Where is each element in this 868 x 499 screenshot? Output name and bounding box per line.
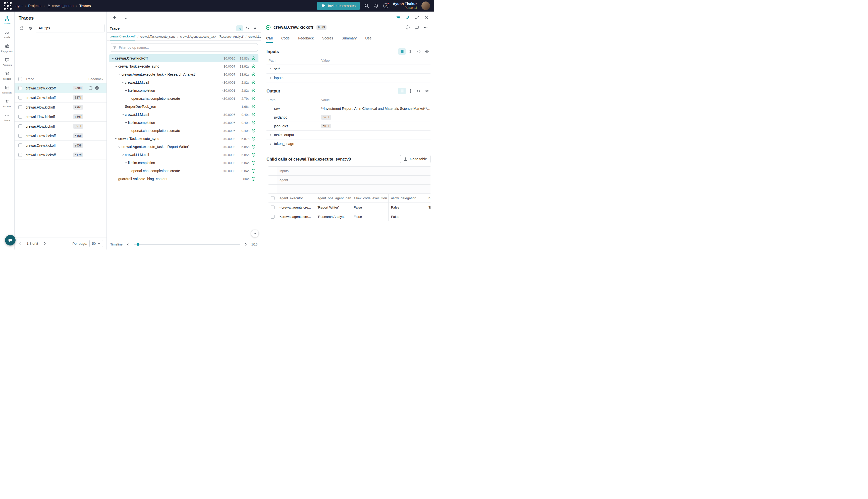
call-crumb[interactable]: crewai.Crew.kickoff [110, 33, 135, 40]
call-id-badge[interactable]: 9d89 [317, 25, 326, 30]
child-call-row[interactable]: <crewai.agents.cre...'Research Analyst'F… [269, 212, 431, 221]
row-checkbox[interactable] [18, 134, 22, 138]
prev-page-button[interactable] [17, 241, 23, 246]
trace-row[interactable]: crewai.Flow.kickoffc59f [15, 112, 107, 122]
trace-row[interactable]: crewai.Crew.kickoffa17d [15, 150, 107, 160]
expand-all-button[interactable] [407, 88, 414, 94]
sidebar-item-models[interactable]: Models [0, 69, 14, 82]
invite-teammates-button[interactable]: Invite teammates [317, 2, 359, 10]
help-button[interactable]: ? [383, 3, 388, 8]
sidebar-item-scorers[interactable]: Scorers [0, 97, 14, 109]
expand-all-button[interactable] [407, 48, 414, 55]
edit-button[interactable] [404, 14, 411, 21]
code-view-button[interactable] [244, 25, 250, 31]
tree-call-row[interactable]: openai.chat.completions.create$0.00069.4… [109, 126, 258, 135]
sidebar-item-evals[interactable]: Evals [0, 28, 14, 40]
add-reaction-button[interactable] [404, 24, 411, 31]
chevron-down-icon[interactable] [124, 88, 128, 93]
op-filter-input[interactable] [119, 46, 255, 49]
tree-call-row[interactable]: crewai.Task.execute_sync$0.000713.92s [109, 62, 258, 70]
select-all-checkbox[interactable] [18, 77, 22, 81]
chevron-down-icon[interactable] [117, 72, 122, 77]
trace-row[interactable]: crewai.Flow.kickoffeab1 [15, 102, 107, 112]
sidebar-item-more[interactable]: More [0, 111, 14, 123]
chevron-down-icon[interactable] [121, 112, 125, 117]
tab-summary[interactable]: Summary [342, 34, 357, 43]
timeline-next-button[interactable] [243, 242, 248, 247]
feedback-positive-icon[interactable] [88, 86, 93, 90]
ops-filter-dropdown[interactable]: All Ops [36, 24, 104, 33]
tree-call-row[interactable]: crewai.LLM.call$0.00035.85s [109, 151, 258, 159]
fullscreen-button[interactable] [413, 14, 421, 21]
call-crumb[interactable]: crewai.LLM.call [248, 33, 261, 40]
sidebar-item-datasets[interactable]: Datasets [0, 83, 14, 96]
trace-row[interactable]: crewai.Flow.kickoffc5ff [15, 122, 107, 131]
tree-call-row[interactable]: crewai.LLM.call$0.00069.40s [109, 111, 258, 119]
row-checkbox[interactable] [271, 215, 274, 219]
chevron-down-icon[interactable] [111, 56, 115, 61]
tree-call-row[interactable]: litellm.completion<$0.00012.82s [109, 86, 258, 95]
chevron-right-icon[interactable] [269, 76, 273, 81]
overflow-menu-button[interactable] [422, 24, 430, 31]
tree-call-row[interactable]: crewai.Task.execute_sync$0.00035.87s [109, 135, 258, 143]
chevron-down-icon[interactable] [124, 121, 128, 125]
row-checkbox[interactable] [18, 153, 22, 157]
call-crumb[interactable]: crewai.Task.execute_sync [140, 33, 175, 40]
avatar[interactable] [421, 1, 430, 10]
chevron-down-icon[interactable] [121, 81, 125, 85]
chevron-down-icon[interactable] [117, 145, 122, 149]
chevron-down-icon[interactable] [114, 137, 118, 141]
chat-support-button[interactable] [5, 235, 15, 245]
tree-call-row[interactable]: guardrail-validate_blog_content0ms [109, 175, 258, 183]
row-checkbox[interactable] [271, 206, 274, 209]
tree-call-row[interactable]: crewai.Agent.execute_task - 'Report Writ… [109, 143, 258, 151]
timeline-slider-handle[interactable] [137, 243, 139, 246]
tab-call[interactable]: Call [266, 34, 273, 43]
search-icon[interactable] [364, 3, 369, 8]
select-all-checkbox[interactable] [271, 196, 274, 200]
call-crumb[interactable]: crewai.Agent.execute_task - 'Research An… [180, 33, 244, 40]
list-view-button[interactable] [398, 48, 406, 55]
tree-call-row[interactable]: litellm.completion$0.00069.40s [109, 119, 258, 126]
nav-down-button[interactable] [122, 14, 130, 22]
trace-row[interactable]: crewai.Crew.kickoffe058 [15, 141, 107, 150]
tree-call-row[interactable]: openai.chat.completions.create$0.00035.8… [109, 167, 258, 175]
next-page-button[interactable] [42, 241, 48, 246]
flame-graph-button[interactable] [251, 25, 258, 31]
json-view-button[interactable] [415, 88, 422, 94]
trace-row[interactable]: crewai.Crew.kickoff657f [15, 93, 107, 102]
sidebar-item-prompts[interactable]: Prompts [0, 56, 14, 68]
chevron-right-icon[interactable] [269, 67, 273, 72]
wandb-logo[interactable] [3, 1, 12, 10]
json-view-button[interactable] [415, 48, 422, 55]
nav-up-button[interactable] [111, 14, 118, 22]
refresh-button[interactable] [17, 24, 25, 32]
timeline-slider[interactable] [134, 244, 240, 245]
chevron-down-icon[interactable] [124, 161, 128, 165]
tree-view-button[interactable] [236, 25, 243, 31]
trace-row[interactable]: crewai.Crew.kickoff9d89 [15, 83, 107, 93]
breadcrumb-projects[interactable]: Projects [28, 4, 41, 8]
timeline-prev-button[interactable] [126, 242, 131, 247]
feedback-negative-icon[interactable] [95, 86, 99, 90]
chevron-right-icon[interactable] [269, 142, 273, 146]
tab-scores[interactable]: Scores [322, 34, 333, 43]
tree-call-row[interactable]: crewai.Agent.execute_task - 'Research An… [109, 70, 258, 78]
list-view-button[interactable] [398, 88, 406, 94]
tab-use[interactable]: Use [365, 34, 371, 43]
breadcrumb-project[interactable]: crewai_demo [47, 4, 74, 8]
tree-call-row[interactable]: litellm.completion$0.00035.84s [109, 159, 258, 167]
tab-feedback[interactable]: Feedback [298, 34, 313, 43]
tree-call-row[interactable]: openai.chat.completions.create<$0.00012.… [109, 95, 258, 102]
comment-button[interactable] [413, 24, 420, 31]
column-settings-button[interactable] [27, 24, 34, 32]
tab-code[interactable]: Code [281, 34, 289, 43]
row-checkbox[interactable] [18, 115, 22, 119]
row-checkbox[interactable] [18, 96, 22, 99]
per-page-select[interactable]: 50 [89, 240, 103, 247]
breadcrumb-entity[interactable]: ayut [15, 4, 22, 8]
tab-trace[interactable]: Trace [110, 26, 120, 31]
row-checkbox[interactable] [18, 144, 22, 147]
notifications-bell-icon[interactable] [374, 3, 379, 8]
chevron-down-icon[interactable] [121, 153, 125, 157]
